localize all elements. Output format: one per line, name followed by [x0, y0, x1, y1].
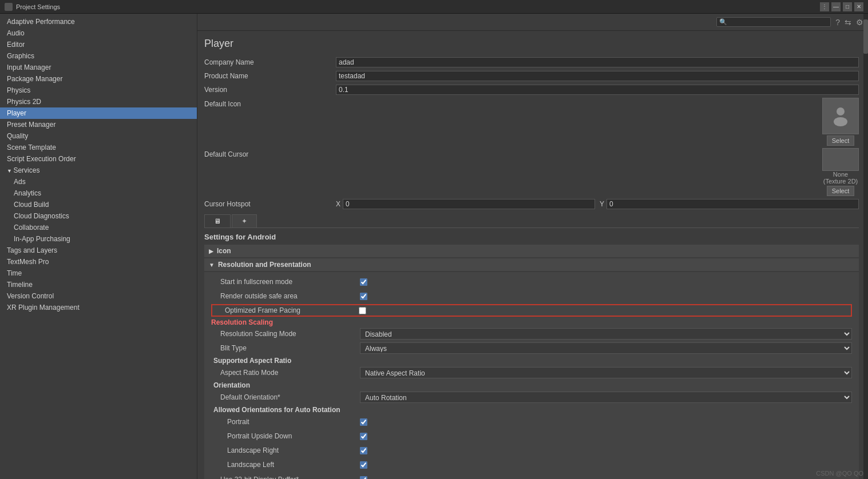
blit-type-label: Blit Type — [211, 344, 360, 352]
resolution-scaling-mode-select[interactable]: Disabled Fixed DPI Letterbox — [360, 328, 852, 340]
settings-icon[interactable]: ⚙ — [856, 18, 863, 27]
sidebar-item-editor[interactable]: Editor — [0, 39, 197, 50]
sidebar-item-scene-template[interactable]: Scene Template — [0, 142, 197, 153]
minimize-button[interactable]: — — [831, 2, 841, 11]
cursor-select-button[interactable]: Select — [827, 186, 855, 196]
icon-select-button[interactable]: Select — [827, 135, 855, 146]
sidebar-item-quality[interactable]: Quality — [0, 130, 197, 142]
icon-section-header[interactable]: Icon — [204, 245, 859, 257]
menu-button[interactable]: ⋮ — [820, 2, 829, 11]
render-safe-area-checkbox[interactable] — [360, 293, 367, 300]
content-area: 🔍 ? ⇆ ⚙ Player Company Name Product Name… — [197, 14, 868, 479]
resolution-section-label: Resolution and Presentation — [218, 261, 311, 269]
tab-android[interactable]: ✦ — [232, 214, 257, 227]
cursor-x-input[interactable] — [343, 199, 595, 209]
use-32bit-checkbox[interactable] — [360, 476, 367, 480]
cursor-hotspot-row: Cursor Hotspot X Y — [204, 198, 859, 210]
close-button[interactable]: ✕ — [854, 2, 863, 11]
sidebar-item-analytics[interactable]: Analytics — [0, 187, 197, 199]
use-32bit-row: Use 32-bit Display Buffer* — [211, 473, 852, 479]
optimized-frame-pacing-checkbox[interactable] — [359, 307, 366, 314]
sidebar-item-cloud-build[interactable]: Cloud Build — [0, 199, 197, 210]
icon-image-box[interactable] — [822, 98, 859, 134]
optimized-frame-pacing-highlight: Optimized Frame Pacing — [211, 304, 852, 317]
layout-icon[interactable]: ⇆ — [845, 18, 851, 27]
sidebar-item-package-manager[interactable]: Package Manager — [0, 73, 197, 85]
sidebar-item-collaborate[interactable]: Collaborate — [0, 222, 197, 233]
optimized-frame-pacing-label: Optimized Frame Pacing — [216, 306, 359, 314]
render-safe-area-label: Render outside safe area — [211, 292, 360, 300]
portrait-row: Portrait — [211, 416, 852, 428]
cursor-y-input[interactable] — [607, 199, 859, 209]
default-orientation-row: Default Orientation* Auto Rotation Portr… — [211, 391, 852, 404]
scrollbar-thumb[interactable] — [863, 19, 868, 54]
sidebar-item-time[interactable]: Time — [0, 268, 197, 279]
portrait-upside-down-checkbox[interactable] — [360, 433, 367, 440]
tab-desktop[interactable]: 🖥 — [204, 214, 231, 227]
sidebar-item-tags-and-layers[interactable]: Tags and Layers — [0, 245, 197, 256]
search-input[interactable] — [729, 19, 828, 26]
maximize-button[interactable]: □ — [843, 2, 852, 11]
aspect-ratio-mode-select[interactable]: Native Aspect Ratio Custom — [360, 367, 852, 378]
settings-for-android-title: Settings for Android — [204, 233, 859, 241]
portrait-upside-down-row: Portrait Upside Down — [211, 430, 852, 442]
default-cursor-row: Default Cursor None(Texture 2D) Select — [204, 148, 859, 196]
scrollbar-track — [863, 14, 868, 479]
sidebar-item-physics[interactable]: Physics — [0, 85, 197, 96]
sidebar: Adaptive Performance Audio Editor Graphi… — [0, 14, 197, 479]
cursor-x-label: X — [336, 200, 340, 208]
person-icon — [829, 105, 852, 127]
sidebar-item-xr-plugin-management[interactable]: XR Plugin Management — [0, 302, 197, 313]
product-name-label: Product Name — [204, 72, 336, 80]
portrait-upside-down-label: Portrait Upside Down — [211, 432, 360, 440]
search-icon: 🔍 — [719, 18, 727, 26]
sidebar-item-physics-2d[interactable]: Physics 2D — [0, 96, 197, 107]
start-fullscreen-checkbox[interactable] — [360, 278, 367, 286]
product-name-input[interactable] — [336, 71, 859, 81]
watermark: CSDN @QO QO — [816, 470, 863, 477]
sidebar-item-audio[interactable]: Audio — [0, 27, 197, 39]
cursor-hotspot-label: Cursor Hotspot — [204, 200, 336, 208]
sidebar-item-script-execution-order[interactable]: Script Execution Order — [0, 153, 197, 165]
sidebar-item-textmesh-pro[interactable]: TextMesh Pro — [0, 256, 197, 268]
product-name-row: Product Name — [204, 70, 859, 82]
sidebar-item-version-control[interactable]: Version Control — [0, 290, 197, 302]
landscape-right-checkbox[interactable] — [360, 447, 367, 454]
sidebar-item-cloud-diagnostics[interactable]: Cloud Diagnostics — [0, 210, 197, 222]
blit-type-select[interactable]: Always Never Auto — [360, 342, 852, 354]
landscape-left-checkbox[interactable] — [360, 461, 367, 469]
sidebar-item-player[interactable]: Player — [0, 107, 197, 119]
icon-section-arrow — [209, 248, 213, 254]
aspect-ratio-mode-row: Aspect Ratio Mode Native Aspect Ratio Cu… — [211, 366, 852, 379]
sidebar-item-graphics[interactable]: Graphics — [0, 50, 197, 62]
use-32bit-label: Use 32-bit Display Buffer* — [211, 476, 360, 479]
version-row: Version — [204, 84, 859, 95]
help-icon[interactable]: ? — [835, 18, 840, 27]
resolution-section-header[interactable]: Resolution and Presentation — [204, 258, 859, 271]
supported-aspect-ratio-header: Supported Aspect Ratio — [211, 357, 852, 365]
icon-select-area: Select — [822, 98, 859, 146]
resolution-section-arrow — [209, 262, 215, 268]
company-name-input[interactable] — [336, 57, 859, 67]
player-page: Player Company Name Product Name Version… — [197, 31, 868, 479]
content-header: 🔍 ? ⇆ ⚙ — [197, 14, 868, 31]
version-input[interactable] — [336, 85, 859, 95]
default-icon-row: Default Icon Select — [204, 98, 859, 146]
sidebar-item-in-app-purchasing[interactable]: In-App Purchasing — [0, 233, 197, 245]
cursor-image-box — [822, 148, 859, 171]
title-bar: Project Settings ⋮ — □ ✕ — [0, 0, 868, 14]
sidebar-item-timeline[interactable]: Timeline — [0, 279, 197, 290]
default-orientation-select[interactable]: Auto Rotation Portrait Portrait Upside D… — [360, 392, 852, 403]
sidebar-item-adaptive-performance[interactable]: Adaptive Performance — [0, 16, 197, 27]
sidebar-item-input-manager[interactable]: Input Manager — [0, 62, 197, 73]
cursor-select-area: None(Texture 2D) Select — [822, 148, 859, 196]
svg-point-1 — [834, 117, 847, 126]
sidebar-item-ads[interactable]: Ads — [0, 176, 197, 187]
default-cursor-label: Default Cursor — [204, 148, 336, 158]
sidebar-item-services[interactable]: Services — [0, 165, 197, 176]
portrait-checkbox[interactable] — [360, 418, 367, 426]
blit-type-row: Blit Type Always Never Auto — [211, 342, 852, 354]
sidebar-item-preset-manager[interactable]: Preset Manager — [0, 119, 197, 130]
resolution-section-content: Start in fullscreen mode Render outside … — [204, 272, 859, 479]
title-bar-text: Project Settings — [16, 3, 820, 10]
